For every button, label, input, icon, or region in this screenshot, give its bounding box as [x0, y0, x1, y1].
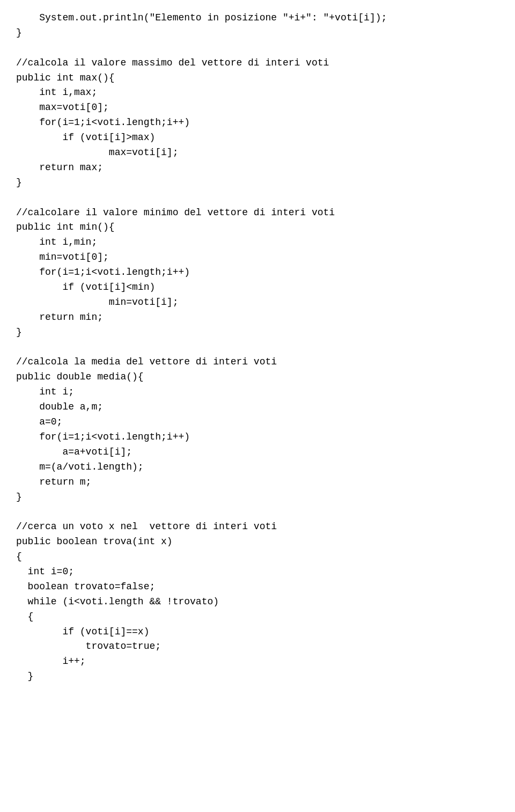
code-content: System.out.println("Elemento in posizion… [16, 11, 499, 684]
